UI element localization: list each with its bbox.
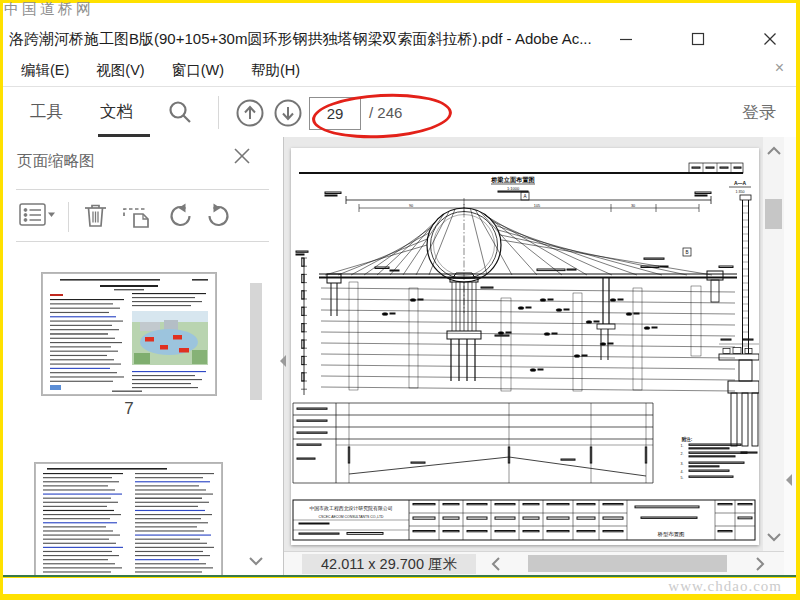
menu-view[interactable]: 视图(V)	[96, 61, 144, 80]
rotate-right-button[interactable]	[206, 202, 234, 233]
thumbnail-options-button[interactable]	[19, 202, 55, 232]
chevron-right-icon	[755, 556, 765, 572]
panel-toolbar-divider	[68, 202, 69, 232]
pdf-page: 桥梁立面布置图 1:1000 A B	[291, 148, 759, 545]
search-button[interactable]	[165, 98, 195, 132]
menu-window[interactable]: 窗口(W)	[172, 61, 224, 80]
chevron-left-icon	[491, 556, 501, 572]
horizontal-scroll-thumb[interactable]	[528, 555, 727, 572]
maximize-button[interactable]	[686, 27, 710, 51]
triangle-left-icon	[785, 473, 793, 487]
rotate-ccw-icon	[165, 202, 193, 229]
chevron-up-icon	[766, 146, 782, 156]
panel-scrollbar-thumb[interactable]	[250, 283, 262, 400]
footer-strip: www.chdao.com	[3, 578, 796, 594]
scroll-down-button[interactable]	[763, 527, 784, 547]
titleblock-company-en: CSCEC AECOM CONSULTANTS CO.,LTD	[319, 515, 384, 519]
svg-text:5.: 5.	[681, 476, 684, 480]
rotate-left-button[interactable]	[165, 202, 193, 233]
insert-page-icon	[122, 201, 152, 229]
trash-icon	[82, 201, 109, 229]
rotate-cw-icon	[206, 202, 234, 229]
scroll-left-button[interactable]	[486, 554, 506, 573]
vertical-scroll-thumb[interactable]	[765, 199, 782, 229]
content-area: 页面缩略图	[3, 137, 796, 575]
window-title: 洛跨潮河桥施工图B版(90+105+30m圆环形钢拱独塔钢梁双索面斜拉桥).pd…	[9, 30, 592, 49]
titleblock-company-cn: 中国市政工程西北设计研究院有限公司	[309, 505, 392, 512]
panel-divider	[16, 241, 269, 242]
page-up-icon	[235, 98, 265, 128]
span-dim-105: 105	[534, 204, 540, 208]
panel-collapse-handle[interactable]	[279, 351, 289, 371]
section-scale: 1:350	[736, 190, 745, 194]
panel-divider	[16, 189, 269, 190]
page-down-icon	[273, 98, 303, 128]
panel-toolbar	[19, 197, 234, 237]
search-icon	[165, 98, 195, 128]
tab-tools[interactable]: 工具	[30, 101, 63, 123]
titlebar: 洛跨潮河桥施工图B版(90+105+30m圆环形钢拱独塔钢梁双索面斜拉桥).pd…	[3, 3, 796, 55]
panel-scroll-down-button[interactable]	[245, 551, 267, 571]
statusbar: 42.011 x 29.700 厘米	[284, 551, 784, 575]
span-dim-30: 30	[631, 204, 635, 208]
watermark-bottom: www.chdao.com	[668, 578, 782, 595]
next-page-button[interactable]	[273, 98, 303, 132]
triangle-left-icon	[279, 354, 287, 368]
section-title: A—A	[734, 180, 747, 186]
close-icon	[763, 32, 777, 46]
acrobat-window: 洛跨潮河桥施工图B版(90+105+30m圆环形钢拱独塔钢梁双索面斜拉桥).pd…	[3, 3, 796, 575]
options-icon	[19, 202, 55, 228]
menubar: 编辑(E) 视图(V) 窗口(W) 帮助(H) ×	[3, 55, 796, 87]
minimize-button[interactable]	[614, 27, 638, 51]
section-marker-b: B	[685, 250, 688, 255]
drawing-scale: 1:1000	[507, 186, 520, 191]
delete-page-button[interactable]	[82, 201, 109, 233]
document-pane: 桥梁立面布置图 1:1000 A B	[284, 137, 763, 551]
drawing-title: 桥梁立面布置图	[490, 176, 534, 184]
watermark-top: 中国道桥网	[4, 0, 94, 19]
menubar-close-icon[interactable]: ×	[775, 60, 784, 76]
titleblock-drawing-name: 桥型布置图	[657, 531, 685, 538]
right-collapse-handle[interactable]	[785, 471, 795, 489]
menu-edit[interactable]: 编辑(E)	[21, 61, 69, 80]
divider-line	[3, 575, 796, 577]
window-edge-strip	[784, 137, 796, 575]
notes-title: 附注:	[682, 436, 693, 443]
page-size-text: 42.011 x 29.700 厘米	[321, 555, 457, 574]
panel-close-button[interactable]	[233, 147, 251, 169]
menu-help[interactable]: 帮助(H)	[251, 61, 300, 80]
thumbnail-page-8[interactable]	[35, 463, 222, 575]
insert-page-button[interactable]	[122, 201, 152, 233]
toolbar-divider	[218, 96, 219, 129]
close-button[interactable]	[758, 27, 782, 51]
sign-in-button[interactable]: 登录	[742, 101, 776, 124]
page-size-indicator: 42.011 x 29.700 厘米	[302, 554, 476, 574]
close-icon	[233, 147, 251, 165]
panel-title: 页面缩略图	[17, 151, 95, 172]
maximize-icon	[691, 32, 705, 46]
svg-text:4.: 4.	[681, 470, 684, 474]
scroll-right-button[interactable]	[750, 554, 770, 573]
previous-page-button[interactable]	[235, 98, 265, 132]
svg-text:1.: 1.	[681, 444, 684, 448]
vertical-scrollbar[interactable]	[763, 137, 784, 551]
svg-text:3.: 3.	[681, 462, 684, 466]
tab-document[interactable]: 文档	[100, 101, 133, 123]
minimize-icon	[619, 32, 633, 46]
chevron-down-icon	[248, 556, 264, 566]
svg-text:2.: 2.	[681, 452, 684, 456]
thumbnail-page-7[interactable]	[42, 273, 216, 395]
thumbnail-page-7-label: 7	[42, 399, 216, 419]
section-marker-a: A	[523, 194, 527, 199]
page-frame: 洛跨潮河桥施工图B版(90+105+30m圆环形钢拱独塔钢梁双索面斜拉桥).pd…	[0, 0, 800, 600]
thumbnails-panel: 页面缩略图	[3, 137, 284, 575]
chevron-down-icon	[766, 532, 782, 542]
scroll-up-button[interactable]	[763, 141, 784, 161]
span-dim-90: 90	[409, 204, 413, 208]
